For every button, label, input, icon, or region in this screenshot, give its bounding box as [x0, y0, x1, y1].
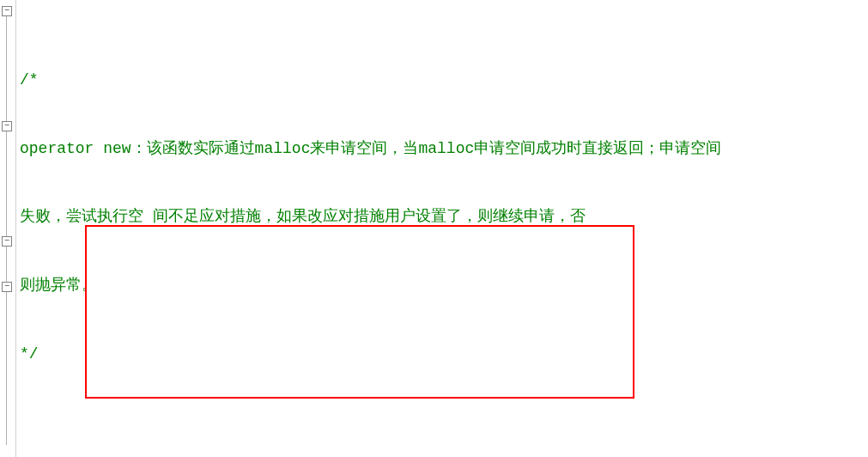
comment-text: 则抛异常。 [20, 277, 97, 294]
code-area: /* operator new：该函数实际通过malloc来申请空间，当mall… [16, 0, 868, 457]
code-editor: /* operator new：该函数实际通过malloc来申请空间，当mall… [0, 0, 868, 457]
fold-line [6, 292, 7, 445]
fold-toggle-icon[interactable] [2, 121, 12, 131]
comment-text: /* [20, 71, 39, 88]
fold-toggle-icon[interactable] [2, 282, 12, 292]
fold-toggle-icon[interactable] [2, 6, 12, 16]
comment-text: */ [20, 345, 39, 363]
comment-text: operator new：该函数实际通过malloc来申请空间，当malloc申… [20, 140, 721, 157]
fold-line [6, 16, 7, 123]
comment-text: 失败，尝试执行空 间不足应对措施，如果改应对措施用户设置了，则继续申请，否 [20, 208, 586, 225]
fold-toggle-icon[interactable] [2, 236, 12, 247]
fold-line [6, 131, 7, 241]
highlight-rectangle [85, 225, 634, 399]
fold-gutter [0, 0, 16, 457]
